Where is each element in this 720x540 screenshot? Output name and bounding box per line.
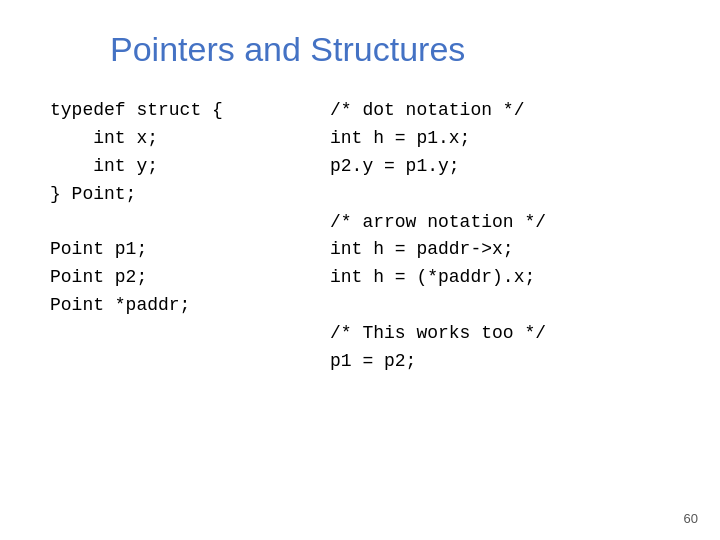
left-column: typedef struct { int x; int y; } Point; … [50, 97, 320, 376]
spacer2 [330, 292, 546, 320]
right-column: /* dot notation */ int h = p1.x; p2.y = … [320, 97, 546, 376]
slide-title: Pointers and Structures [110, 30, 670, 69]
this-works-too-block: /* This works too */ p1 = p2; [330, 320, 546, 376]
dot-notation-block: /* dot notation */ int h = p1.x; p2.y = … [330, 97, 546, 181]
page-number: 60 [684, 511, 698, 526]
content-area: typedef struct { int x; int y; } Point; … [50, 97, 670, 376]
spacer1 [330, 181, 546, 209]
arrow-notation-block: /* arrow notation */ int h = paddr->x; i… [330, 209, 546, 293]
left-code-block: typedef struct { int x; int y; } Point; … [50, 97, 320, 320]
slide: Pointers and Structures typedef struct {… [0, 0, 720, 540]
